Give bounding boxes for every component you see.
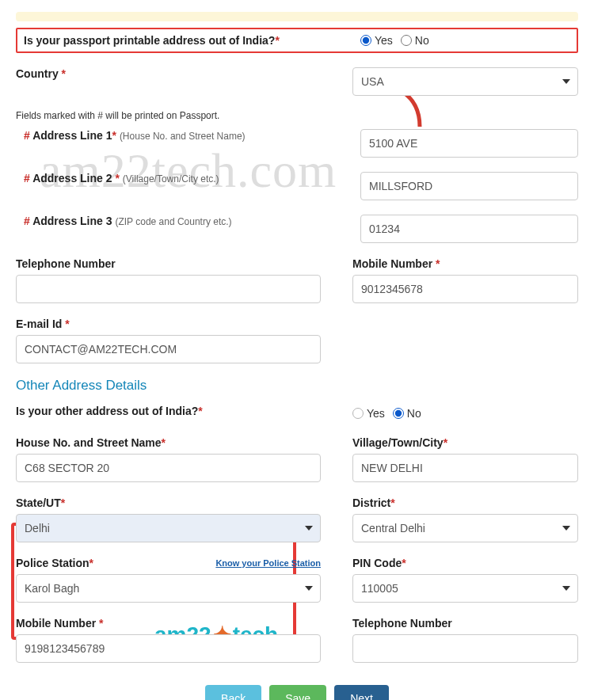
mob-label: Mobile Number * [352, 257, 578, 270]
village-input[interactable] [352, 454, 578, 482]
district-label: District* [352, 496, 578, 509]
pin-label: PIN Code* [352, 557, 578, 569]
house-input[interactable] [16, 454, 321, 482]
yes-label-2: Yes [367, 407, 385, 420]
addr2-label: # Address Line 2 * (Village/Town/City et… [24, 172, 329, 185]
fields-note: Fields marked with # will be printed on … [16, 110, 578, 121]
tel2-input[interactable] [352, 634, 578, 663]
tel-input[interactable] [16, 275, 321, 303]
district-select[interactable]: Central Delhi [352, 514, 578, 542]
q2-label: Is your other address out of India?* [16, 405, 321, 417]
know-police-station-link[interactable]: Know your Police Station [215, 558, 321, 568]
back-button[interactable]: Back [205, 685, 261, 700]
passport-address-question: Is your passport printable address out o… [24, 34, 329, 47]
q1-no-option[interactable]: No [401, 34, 429, 47]
addr3-label: # Address Line 3 (ZIP code and Country e… [24, 215, 329, 227]
mob2-input[interactable] [16, 634, 321, 663]
no-label-2: No [407, 407, 421, 420]
other-address-heading: Other Address Details [16, 378, 578, 394]
addr1-input[interactable] [360, 129, 578, 158]
q2-yes-radio[interactable] [352, 408, 364, 419]
mob2-label: Mobile Number * [16, 617, 321, 630]
main-question-highlight: Is your passport printable address out o… [16, 28, 578, 53]
save-button[interactable]: Save [269, 685, 326, 700]
tel2-label: Telephone Number [352, 617, 578, 630]
top-banner [16, 12, 578, 21]
email-input[interactable] [16, 335, 321, 363]
mob-input[interactable] [352, 275, 578, 303]
q1-no-radio[interactable] [401, 35, 412, 46]
button-row: Back Save Next [16, 685, 578, 700]
addr3-input[interactable] [360, 215, 578, 243]
state-select[interactable]: Delhi [16, 514, 321, 542]
country-label: Country * [16, 67, 321, 80]
pin-select[interactable]: 110005 [352, 574, 578, 603]
addr1-label: # Address Line 1* (House No. and Street … [24, 129, 329, 142]
village-label: Village/Town/City* [352, 436, 578, 449]
country-select[interactable]: USA [352, 67, 578, 96]
email-label: E-mail Id * [16, 318, 321, 330]
q2-yes-option[interactable]: Yes [352, 407, 385, 420]
police-label: Police Station* Know your Police Station [16, 557, 321, 569]
q2-no-radio[interactable] [393, 408, 404, 419]
yes-label: Yes [375, 34, 393, 47]
q1-yes-option[interactable]: Yes [360, 34, 393, 47]
tel-label: Telephone Number [16, 257, 321, 270]
next-button[interactable]: Next [334, 685, 389, 700]
no-label: No [415, 34, 429, 47]
addr2-input[interactable] [360, 172, 578, 200]
state-label: State/UT* [16, 496, 321, 509]
police-select[interactable]: Karol Bagh [16, 574, 321, 603]
q1-yes-radio[interactable] [360, 35, 371, 46]
q2-no-option[interactable]: No [393, 407, 421, 420]
house-label: House No. and Street Name* [16, 436, 321, 449]
